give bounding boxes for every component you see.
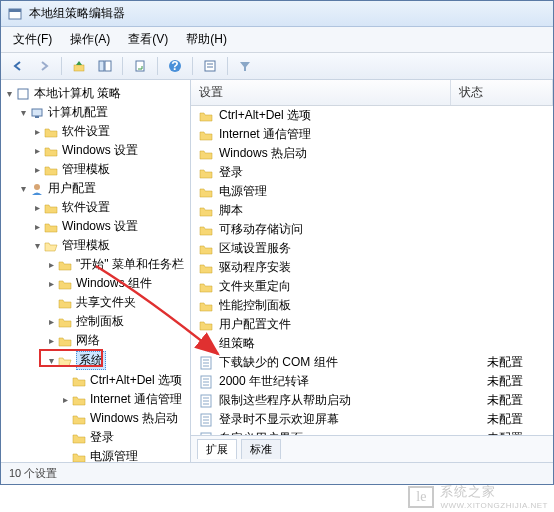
menu-action[interactable]: 操作(A) [62,29,118,50]
list-folder-row[interactable]: 区域设置服务 [191,239,553,258]
tree-root[interactable]: ▾本地计算机 策略 [1,84,190,103]
tree-item[interactable]: 登录 [1,428,190,447]
setting-icon [197,356,215,370]
list-setting-row[interactable]: 登录时不显示欢迎屏幕未配置 [191,410,553,429]
list-folder-row[interactable]: 文件夹重定向 [191,277,553,296]
collapse-icon[interactable]: ▾ [45,355,57,366]
watermark: le 系统之家 WWW.XITONGZHIJIA.NET [408,483,548,510]
menu-file[interactable]: 文件(F) [5,29,60,50]
folder-icon [43,125,59,139]
list-folder-row[interactable]: 组策略 [191,334,553,353]
list-folder-row[interactable]: Windows 热启动 [191,144,553,163]
folder-icon [71,374,87,388]
column-state[interactable]: 状态 [451,80,553,105]
tree-item[interactable]: ▸管理模板 [1,160,190,179]
list-folder-row[interactable]: 可移动存储访问 [191,220,553,239]
properties-button[interactable] [199,56,221,76]
item-name: 驱动程序安装 [219,259,479,276]
collapse-icon[interactable]: ▾ [17,107,29,118]
expand-icon[interactable]: ▸ [31,126,43,137]
tree-user-config[interactable]: ▾用户配置 [1,179,190,198]
help-button[interactable]: ? [164,56,186,76]
collapse-icon[interactable]: ▾ [3,88,15,99]
expand-icon[interactable]: ▸ [45,335,57,346]
expand-icon[interactable]: ▸ [31,164,43,175]
tree-item[interactable]: ▸网络 [1,331,190,350]
folder-icon [43,201,59,215]
toolbar-separator [61,57,62,75]
list-folder-row[interactable]: 性能控制面板 [191,296,553,315]
setting-icon [197,394,215,408]
item-name: Internet 通信管理 [219,126,479,143]
list-folder-row[interactable]: 驱动程序安装 [191,258,553,277]
list-folder-row[interactable]: 登录 [191,163,553,182]
item-state: 未配置 [479,373,553,390]
list-body[interactable]: Ctrl+Alt+Del 选项Internet 通信管理Windows 热启动登… [191,106,553,435]
svg-rect-2 [74,65,84,71]
collapse-icon[interactable]: ▾ [31,240,43,251]
list-setting-row[interactable]: 限制这些程序从帮助启动未配置 [191,391,553,410]
back-button[interactable] [7,56,29,76]
expand-icon[interactable]: ▸ [31,221,43,232]
tree-item[interactable]: ▸软件设置 [1,122,190,141]
tree-item[interactable]: ▸Windows 设置 [1,141,190,160]
expand-icon[interactable]: ▸ [45,316,57,327]
menu-view[interactable]: 查看(V) [120,29,176,50]
tree-item[interactable]: ▸Windows 设置 [1,217,190,236]
item-state: 未配置 [479,354,553,371]
item-name: Ctrl+Alt+Del 选项 [219,107,479,124]
list-setting-row[interactable]: 2000 年世纪转译未配置 [191,372,553,391]
toolbar: ? [1,53,553,80]
expand-icon[interactable]: ▸ [45,278,57,289]
list-folder-row[interactable]: 脚本 [191,201,553,220]
tree-computer-config[interactable]: ▾计算机配置 [1,103,190,122]
menu-help[interactable]: 帮助(H) [178,29,235,50]
expand-icon[interactable]: ▸ [45,259,57,270]
list-folder-row[interactable]: Internet 通信管理 [191,125,553,144]
column-name[interactable]: 设置 [191,80,451,105]
setting-icon [197,413,215,427]
expand-icon[interactable]: ▸ [31,145,43,156]
item-state: 未配置 [479,411,553,428]
view-tabs: 扩展 标准 [191,435,553,462]
item-name: Windows 热启动 [219,145,479,162]
forward-button[interactable] [33,56,55,76]
tab-extended[interactable]: 扩展 [197,439,237,459]
item-name: 下载缺少的 COM 组件 [219,354,479,371]
tree-system-selected[interactable]: ▾系统 [1,350,190,371]
tree-item[interactable]: Windows 热启动 [1,409,190,428]
folder-open-icon [57,354,73,368]
app-icon [7,6,23,22]
computer-icon [29,106,45,120]
tree-item[interactable]: 共享文件夹 [1,293,190,312]
tree-pane[interactable]: ▾本地计算机 策略 ▾计算机配置 ▸软件设置 ▸Windows 设置 ▸管理模板… [1,80,191,462]
svg-rect-12 [32,109,42,116]
folder-icon [197,280,215,294]
filter-button[interactable] [234,56,256,76]
folder-icon [197,147,215,161]
list-setting-row[interactable]: 下载缺少的 COM 组件未配置 [191,353,553,372]
item-name: 可移动存储访问 [219,221,479,238]
toolbar-separator [192,57,193,75]
tree-item[interactable]: ▸Windows 组件 [1,274,190,293]
collapse-icon[interactable]: ▾ [17,183,29,194]
list-folder-row[interactable]: 电源管理 [191,182,553,201]
export-button[interactable] [129,56,151,76]
list-folder-row[interactable]: 用户配置文件 [191,315,553,334]
titlebar: 本地组策略编辑器 [1,1,553,27]
tab-standard[interactable]: 标准 [241,439,281,459]
tree-item[interactable]: ▸软件设置 [1,198,190,217]
toolbar-separator [227,57,228,75]
tree-item[interactable]: Ctrl+Alt+Del 选项 [1,371,190,390]
tree-item[interactable]: ▸"开始" 菜单和任务栏 [1,255,190,274]
tree-admin-templates[interactable]: ▾管理模板 [1,236,190,255]
expand-icon[interactable]: ▸ [31,202,43,213]
up-button[interactable] [68,56,90,76]
tree-item[interactable]: ▸控制面板 [1,312,190,331]
tree-item[interactable]: 电源管理 [1,447,190,462]
list-folder-row[interactable]: Ctrl+Alt+Del 选项 [191,106,553,125]
tree-item[interactable]: ▸Internet 通信管理 [1,390,190,409]
svg-rect-4 [105,61,111,71]
expand-icon[interactable]: ▸ [59,394,71,405]
show-hide-tree-button[interactable] [94,56,116,76]
